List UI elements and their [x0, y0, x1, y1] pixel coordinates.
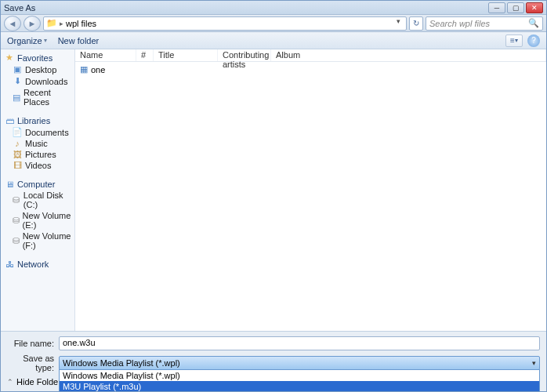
sidebar-item-label: New Volume (E:): [23, 211, 71, 230]
sidebar-item-label: Downloads: [25, 77, 67, 86]
navigation-pane: ★ Favorites ▣Desktop ⬇Downloads ▤Recent …: [1, 49, 75, 331]
save-as-type-label: Save as type:: [7, 354, 54, 372]
downloads-icon: ⬇: [12, 76, 23, 86]
file-name-label: File name:: [7, 339, 54, 348]
sidebar-item-videos[interactable]: 🎞Videos: [2, 160, 73, 171]
refresh-button[interactable]: ↻: [409, 16, 423, 31]
sidebar-item-drive-e[interactable]: ⛁New Volume (E:): [2, 210, 73, 230]
drive-icon: ⛁: [12, 195, 21, 205]
sidebar-network-header[interactable]: 🖧 Network: [2, 259, 73, 270]
pictures-icon: 🖼: [12, 150, 23, 159]
sidebar-item-downloads[interactable]: ⬇Downloads: [2, 75, 73, 87]
search-input[interactable]: Search wpl files 🔍: [426, 16, 543, 31]
network-icon: 🖧: [4, 260, 15, 269]
sidebar-item-recent[interactable]: ▤Recent Places: [2, 87, 73, 107]
close-button[interactable]: ✕: [526, 2, 543, 13]
nav-back-button[interactable]: ◄: [4, 16, 21, 31]
column-title[interactable]: Title: [154, 49, 218, 61]
save-as-type-dropdown[interactable]: Windows Media Playlist (*.wpl) M3U Playl…: [59, 369, 540, 392]
address-dropdown-icon[interactable]: ▾: [393, 17, 404, 30]
sidebar-item-label: Music: [25, 139, 48, 148]
playlist-file-icon: ▦: [80, 64, 88, 74]
star-icon: ★: [4, 53, 15, 63]
hide-folders-button[interactable]: Hide Folders: [16, 377, 65, 387]
sidebar-item-drive-c[interactable]: ⛁Local Disk (C:): [2, 190, 73, 210]
sidebar-item-label: New Volume (F:): [23, 231, 71, 250]
save-as-type-value: Windows Media Playlist (*.wpl): [63, 358, 180, 368]
save-as-type-select[interactable]: Windows Media Playlist (*.wpl) ▾: [59, 356, 540, 370]
search-placeholder: Search wpl files: [429, 19, 490, 28]
chevron-down-icon: ▾: [44, 37, 47, 44]
column-headers: Name # Title Contributing artists Album: [75, 49, 546, 62]
type-option[interactable]: Windows Media Playlist (*.wpl): [60, 370, 539, 381]
nav-forward-button[interactable]: ►: [24, 16, 41, 31]
sidebar-network-label: Network: [17, 260, 49, 269]
sidebar-libraries-label: Libraries: [17, 116, 50, 125]
file-name: one: [91, 65, 105, 74]
chevron-right-icon: ▸: [60, 20, 63, 27]
sidebar-item-desktop[interactable]: ▣Desktop: [2, 64, 73, 75]
libraries-icon: 🗃: [4, 116, 15, 125]
sidebar-item-documents[interactable]: 📄Documents: [2, 126, 73, 138]
desktop-icon: ▣: [12, 64, 23, 74]
sidebar-item-label: Documents: [25, 128, 69, 137]
file-item[interactable]: ▦ one: [77, 64, 545, 75]
recent-icon: ▤: [12, 93, 21, 103]
minimize-button[interactable]: ─: [488, 2, 505, 13]
sidebar-item-pictures[interactable]: 🖼Pictures: [2, 149, 73, 160]
videos-icon: 🎞: [12, 161, 23, 170]
column-name[interactable]: Name: [75, 49, 136, 61]
help-button[interactable]: ?: [527, 34, 540, 47]
type-option-selected[interactable]: M3U Playlist (*.m3u): [60, 381, 539, 392]
column-album[interactable]: Album: [271, 49, 546, 61]
sidebar-item-drive-f[interactable]: ⛁New Volume (F:): [2, 230, 73, 251]
organize-label: Organize: [7, 36, 42, 45]
sidebar-libraries-header[interactable]: 🗃 Libraries: [2, 115, 73, 126]
sidebar-item-label: Pictures: [25, 150, 56, 159]
view-options-button[interactable]: ≡ ▾: [505, 34, 523, 47]
sidebar-item-label: Videos: [25, 161, 51, 170]
sidebar-item-label: Local Disk (C:): [24, 191, 71, 209]
chevron-down-icon: ▾: [532, 359, 536, 367]
collapse-icon: ⌃: [7, 378, 13, 386]
column-number[interactable]: #: [136, 49, 154, 61]
documents-icon: 📄: [12, 127, 23, 137]
search-icon: 🔍: [528, 18, 539, 28]
music-icon: ♪: [12, 139, 23, 148]
new-folder-button[interactable]: New folder: [58, 36, 100, 45]
folder-icon: 📁: [46, 18, 57, 28]
sidebar-item-label: Desktop: [25, 65, 56, 74]
sidebar-computer-label: Computer: [17, 180, 55, 189]
column-contributing-artists[interactable]: Contributing artists: [218, 49, 271, 61]
drive-icon: ⛁: [12, 236, 20, 246]
sidebar-favorites-header[interactable]: ★ Favorites: [2, 52, 73, 64]
file-name-input[interactable]: one.w3u: [59, 336, 540, 350]
address-bar[interactable]: 📁 ▸ wpl files ▾: [43, 16, 407, 31]
sidebar-favorites-label: Favorites: [17, 53, 53, 63]
sidebar-computer-header[interactable]: 🖥 Computer: [2, 179, 73, 190]
sidebar-item-label: Recent Places: [24, 88, 71, 107]
maximize-button[interactable]: ▢: [507, 2, 524, 13]
file-list[interactable]: ▦ one: [75, 62, 546, 331]
organize-button[interactable]: Organize ▾: [7, 36, 47, 45]
window-title: Save As: [4, 3, 488, 13]
computer-icon: 🖥: [4, 180, 15, 189]
address-location: wpl files: [66, 19, 96, 28]
sidebar-item-music[interactable]: ♪Music: [2, 138, 73, 149]
drive-icon: ⛁: [12, 216, 20, 226]
